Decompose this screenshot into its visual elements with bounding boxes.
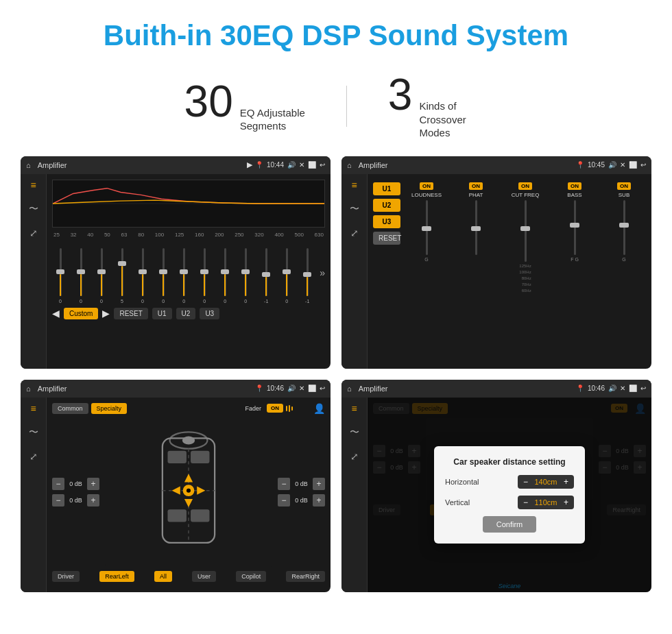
on-badge-bass[interactable]: ON <box>568 182 581 190</box>
plus-bl[interactable]: + <box>87 494 99 507</box>
speaker-icon-4: 🔊 <box>608 385 616 392</box>
window-icon-1[interactable]: ⬜ <box>308 161 316 169</box>
home-icon-2[interactable]: ⌂ <box>347 161 352 169</box>
on-badge-phat[interactable]: ON <box>469 182 483 190</box>
status-bar-2: ⌂ Amplifier 📍 10:45 🔊 ✕ ⬜ ↩ <box>341 156 651 174</box>
ch-label-sub: SUB <box>619 192 629 198</box>
time-4: 10:46 <box>588 385 605 392</box>
window-icon-4[interactable]: ⬜ <box>629 385 637 392</box>
window-icon-3[interactable]: ⬜ <box>308 385 316 392</box>
plus-tl[interactable]: + <box>87 478 99 490</box>
vertical-plus[interactable]: + <box>562 498 570 507</box>
svg-marker-15 <box>197 486 205 494</box>
more-icon[interactable]: » <box>320 267 325 278</box>
svg-rect-7 <box>191 509 209 522</box>
status-icons-right-1: 📍 10:44 🔊 ✕ ⬜ ↩ <box>255 161 325 169</box>
reset-button[interactable]: RESET <box>114 308 147 319</box>
x-icon-1[interactable]: ✕ <box>299 161 304 169</box>
on-badge-sub[interactable]: ON <box>617 182 631 190</box>
back-icon-2[interactable]: ↩ <box>640 161 646 169</box>
on-toggle-3[interactable]: ON <box>267 404 283 413</box>
u2-button[interactable]: U2 <box>176 308 196 319</box>
speaker-icon-1: 🔊 <box>287 161 296 169</box>
fader-label: Fader <box>245 405 261 412</box>
home-icon-3[interactable]: ⌂ <box>26 385 31 393</box>
rearleft-btn-3[interactable]: RearLeft <box>99 571 134 582</box>
reset-preset[interactable]: RESET <box>373 232 400 245</box>
eq-bottom-bar: ◀ Custom ▶ RESET U1 U2 U3 <box>52 308 325 319</box>
ch-label-bass: BASS <box>567 192 581 198</box>
stat-crossover: 3 Kinds ofCrossover Modes <box>347 73 529 140</box>
horizontal-plus[interactable]: + <box>562 477 570 487</box>
next-arrow[interactable]: ▶ <box>102 308 110 319</box>
custom-button[interactable]: Custom <box>64 308 98 319</box>
vertical-label: Vertical <box>445 498 486 507</box>
speaker-svg <box>105 418 272 568</box>
user-btn-3[interactable]: User <box>192 571 216 582</box>
expand-icon-3[interactable]: ⤢ <box>29 451 38 462</box>
rearright-btn-3[interactable]: RearRight <box>286 571 325 582</box>
ch-label-phat: PHAT <box>469 192 483 198</box>
u3-button[interactable]: U3 <box>200 308 219 319</box>
eq-main: 253240506380100125160200250320400500630 … <box>47 174 331 369</box>
vertical-controls: − 110cm + <box>518 496 574 509</box>
x-icon-4[interactable]: ✕ <box>620 385 625 392</box>
minus-tl[interactable]: − <box>52 478 64 490</box>
amplifier-label-3: Amplifier <box>38 385 252 393</box>
u3-preset[interactable]: U3 <box>373 215 400 228</box>
stat-crossover-number: 3 <box>388 73 413 117</box>
dialog-title: Car speaker distance setting <box>445 457 574 467</box>
wave-icon-2[interactable]: 〜 <box>350 203 359 215</box>
window-icon-2[interactable]: ⬜ <box>629 161 637 169</box>
back-icon-4[interactable]: ↩ <box>640 385 646 392</box>
home-icon-4[interactable]: ⌂ <box>347 385 352 393</box>
svg-rect-4 <box>168 450 187 463</box>
expand-icon-2[interactable]: ⤢ <box>350 228 359 239</box>
u1-button[interactable]: U1 <box>152 308 172 319</box>
copilot-btn-3[interactable]: Copilot <box>236 571 266 582</box>
expand-icon-1[interactable]: ⤢ <box>29 228 38 239</box>
driver-btn-3[interactable]: Driver <box>52 571 80 582</box>
eq-icon-3[interactable]: ≡ <box>30 403 36 414</box>
u1-preset[interactable]: U1 <box>373 182 400 195</box>
minus-tr[interactable]: − <box>278 478 290 490</box>
play-icon-1[interactable]: ▶ <box>247 160 252 169</box>
x-icon-3[interactable]: ✕ <box>299 385 304 392</box>
confirm-button[interactable]: Confirm <box>483 516 537 533</box>
time-3: 10:46 <box>267 385 284 392</box>
wave-icon-4[interactable]: 〜 <box>350 426 359 439</box>
wave-icon-3[interactable]: 〜 <box>29 426 38 439</box>
eq-graph <box>52 180 325 228</box>
x-icon-2[interactable]: ✕ <box>620 161 625 169</box>
on-badge-loudness[interactable]: ON <box>420 182 433 190</box>
home-icon-1[interactable]: ⌂ <box>26 161 31 169</box>
prev-arrow[interactable]: ◀ <box>52 308 60 319</box>
eq-icon-1[interactable]: ≡ <box>30 180 36 191</box>
vol-row-bl: − 0 dB + <box>52 494 99 507</box>
eq-icon-4[interactable]: ≡ <box>351 403 357 414</box>
back-icon-1[interactable]: ↩ <box>320 161 325 169</box>
vertical-minus[interactable]: − <box>522 498 529 507</box>
status-bar-4: ⌂ Amplifier 📍 10:46 🔊 ✕ ⬜ ↩ <box>341 380 651 398</box>
user-icon-3[interactable]: 👤 <box>313 403 325 414</box>
expand-icon-4[interactable]: ⤢ <box>350 451 359 462</box>
svg-marker-12 <box>184 474 193 482</box>
plus-tr[interactable]: + <box>313 478 325 490</box>
eq-icon-2[interactable]: ≡ <box>351 180 357 191</box>
on-badge-cutfreq[interactable]: ON <box>518 182 532 190</box>
status-icons-right-2: 📍 10:45 🔊 ✕ ⬜ ↩ <box>576 161 646 169</box>
fader-4: 5 <box>114 248 130 304</box>
horizontal-minus[interactable]: − <box>522 477 529 487</box>
all-btn-3[interactable]: All <box>154 571 172 582</box>
u2-preset[interactable]: U2 <box>373 199 400 212</box>
back-icon-3[interactable]: ↩ <box>320 385 325 392</box>
stat-eq-label: EQ AdjustableSegments <box>240 106 305 133</box>
tab-specialty-3[interactable]: Specialty <box>91 403 128 414</box>
tab-common-3[interactable]: Common <box>52 403 88 414</box>
fader-loudness <box>426 200 428 255</box>
minus-bl[interactable]: − <box>52 494 64 507</box>
location-icon-1: 📍 <box>255 161 263 169</box>
minus-br[interactable]: − <box>278 494 290 507</box>
plus-br[interactable]: + <box>313 494 325 507</box>
wave-icon-1[interactable]: 〜 <box>29 203 38 215</box>
